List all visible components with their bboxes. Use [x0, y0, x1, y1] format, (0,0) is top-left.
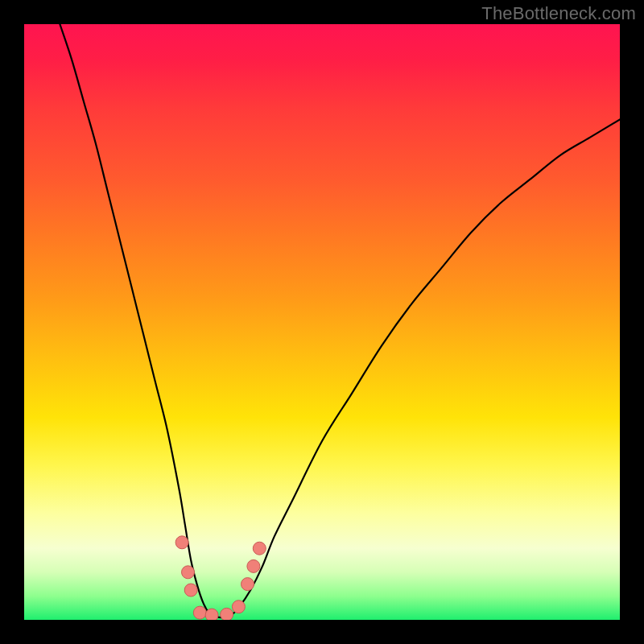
bottleneck-curve-svg: [24, 24, 620, 620]
curve-marker: [253, 542, 266, 555]
curve-marker: [184, 584, 197, 597]
curve-marker: [242, 578, 254, 591]
curve-marker: [247, 559, 260, 572]
watermark-text: TheBottleneck.com: [481, 3, 636, 24]
plot-area: [24, 24, 620, 620]
curve-marker: [232, 601, 245, 613]
curve-marker: [205, 609, 218, 620]
chart-frame: TheBottleneck.com: [0, 0, 644, 644]
curve-marker: [175, 536, 188, 549]
curve-marker: [182, 566, 195, 579]
bottleneck-curve: [60, 24, 620, 617]
curve-marker: [193, 606, 206, 619]
curve-marker: [221, 608, 233, 620]
